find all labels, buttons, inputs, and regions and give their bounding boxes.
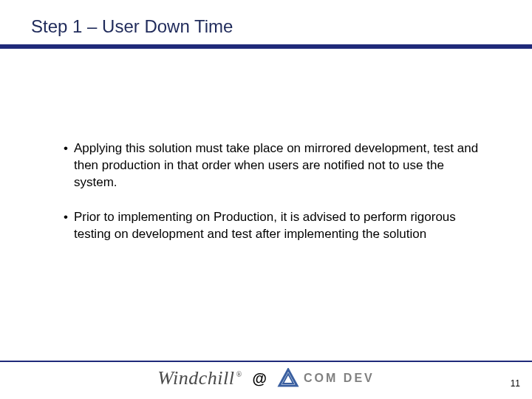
comdev-logo: COM DEV	[277, 368, 375, 389]
windchill-logo: Windchill®	[157, 367, 242, 389]
slide-title: Step 1 – User Down Time	[31, 16, 233, 37]
bullet-dot-icon: •	[64, 140, 68, 191]
triangle-icon	[277, 368, 299, 389]
brand2-text: COM DEV	[304, 372, 375, 385]
bullet-text: Applying this solution must take place o…	[74, 140, 488, 191]
registered-icon: ®	[236, 370, 242, 378]
list-item: • Prior to implementing on Production, i…	[64, 209, 488, 243]
list-item: • Applying this solution must take place…	[64, 140, 488, 191]
page-number: 11	[511, 378, 520, 389]
at-symbol: @	[253, 370, 267, 387]
divider-bottom	[0, 361, 532, 362]
brand1-text: Windchill	[157, 367, 234, 389]
footer: Windchill® @ COM DEV	[0, 364, 532, 393]
bullet-text: Prior to implementing on Production, it …	[74, 209, 488, 243]
bullet-dot-icon: •	[64, 209, 68, 243]
content-area: • Applying this solution must take place…	[64, 140, 488, 261]
divider-top	[0, 44, 532, 49]
